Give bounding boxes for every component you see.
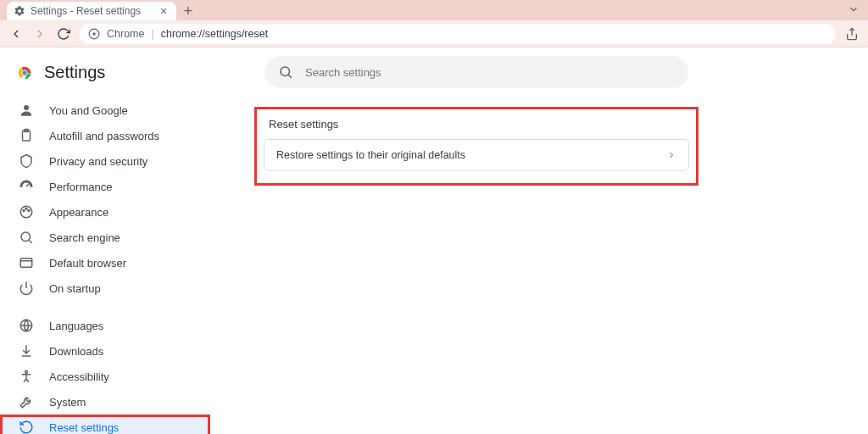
sidebar-item-performance[interactable]: Performance: [0, 174, 210, 199]
sidebar-item-label: Accessibility: [49, 370, 109, 383]
address-bar[interactable]: Chrome | chrome://settings/reset: [80, 24, 836, 44]
sidebar-item-label: Downloads: [49, 345, 103, 358]
sidebar-item-languages[interactable]: Languages: [0, 313, 210, 338]
svg-point-6: [24, 105, 29, 110]
sidebar-item-reset-settings[interactable]: Reset settings: [0, 415, 210, 434]
svg-point-12: [25, 208, 27, 209]
svg-line-15: [29, 240, 31, 242]
search-icon: [19, 230, 34, 245]
sidebar-nav: You and Google Autofill and passwords Pr…: [0, 97, 210, 434]
sidebar: Settings You and Google Autofill and pas…: [0, 47, 210, 434]
sidebar-item-label: You and Google: [49, 104, 128, 117]
sidebar-item-appearance[interactable]: Appearance: [0, 199, 210, 225]
svg-point-13: [28, 210, 30, 212]
reload-button[interactable]: [56, 26, 71, 42]
close-icon[interactable]: ×: [158, 5, 170, 17]
gear-icon: [14, 5, 25, 17]
site-info-icon[interactable]: [88, 28, 100, 40]
tab-title: Settings - Reset settings: [31, 5, 153, 17]
back-button[interactable]: [8, 26, 24, 42]
sidebar-item-you-and-google[interactable]: You and Google: [0, 97, 210, 123]
tab-strip: Settings - Reset settings × +: [0, 0, 868, 20]
settings-search[interactable]: [264, 56, 688, 88]
sidebar-item-label: Languages: [49, 320, 103, 332]
person-icon: [19, 103, 34, 118]
wrench-icon: [19, 394, 34, 409]
sidebar-item-on-startup[interactable]: On startup: [0, 275, 210, 301]
globe-icon: [19, 318, 34, 333]
browser-toolbar: Chrome | chrome://settings/reset: [0, 20, 868, 47]
sidebar-item-privacy[interactable]: Privacy and security: [0, 148, 210, 174]
sidebar-item-default-browser[interactable]: Default browser: [0, 250, 210, 275]
forward-button[interactable]: [32, 26, 47, 42]
address-url: chrome://settings/reset: [161, 28, 268, 40]
reset-settings-card: Reset settings Restore settings to their…: [254, 107, 698, 186]
share-icon[interactable]: [844, 26, 860, 42]
restore-defaults-row[interactable]: Restore settings to their original defau…: [264, 139, 689, 171]
svg-point-11: [23, 210, 25, 212]
sidebar-item-label: Autofill and passwords: [49, 130, 159, 142]
search-icon: [278, 64, 293, 80]
app-title: Settings: [44, 63, 105, 82]
settings-content: Settings You and Google Autofill and pas…: [0, 47, 868, 434]
browser-tab[interactable]: Settings - Reset settings ×: [7, 2, 176, 20]
sidebar-item-downloads[interactable]: Downloads: [0, 338, 210, 364]
sidebar-item-system[interactable]: System: [0, 389, 210, 415]
browser-window-icon: [19, 255, 34, 270]
new-tab-button[interactable]: +: [176, 2, 200, 20]
sidebar-item-search-engine[interactable]: Search engine: [0, 225, 210, 250]
svg-point-14: [21, 232, 31, 242]
palette-icon: [19, 204, 34, 220]
clipboard-icon: [19, 128, 34, 143]
main-panel: Reset settings Restore settings to their…: [210, 47, 868, 434]
svg-point-23: [281, 67, 290, 76]
app-header: Settings: [0, 58, 210, 97]
sidebar-item-label: Default browser: [49, 257, 126, 270]
sidebar-item-label: System: [49, 396, 86, 409]
card-title: Reset settings: [264, 114, 689, 139]
svg-point-22: [25, 370, 28, 373]
tabs-overflow-chevron[interactable]: [848, 3, 860, 15]
sidebar-item-label: Privacy and security: [49, 155, 147, 168]
accessibility-icon: [19, 369, 34, 384]
restore-icon: [19, 420, 34, 434]
shield-icon: [19, 153, 34, 169]
search-input[interactable]: [305, 66, 675, 79]
sidebar-item-label: Performance: [49, 181, 112, 193]
sidebar-item-label: On startup: [49, 282, 101, 295]
sidebar-item-autofill[interactable]: Autofill and passwords: [0, 123, 210, 148]
power-icon: [19, 281, 34, 296]
speedometer-icon: [19, 179, 34, 194]
download-icon: [19, 343, 34, 359]
address-zone: Chrome: [107, 28, 144, 40]
svg-line-24: [288, 75, 291, 77]
sidebar-item-accessibility[interactable]: Accessibility: [0, 364, 210, 389]
sidebar-item-label: Search engine: [49, 231, 120, 244]
chevron-right-icon: [666, 150, 676, 160]
sidebar-item-label: Reset settings: [49, 421, 119, 434]
address-separator: |: [151, 28, 153, 40]
svg-rect-16: [20, 259, 32, 268]
row-label: Restore settings to their original defau…: [276, 149, 465, 161]
sidebar-item-label: Appearance: [49, 206, 108, 219]
chrome-logo-icon: [15, 64, 34, 82]
svg-point-1: [92, 32, 96, 36]
svg-line-9: [26, 184, 29, 186]
